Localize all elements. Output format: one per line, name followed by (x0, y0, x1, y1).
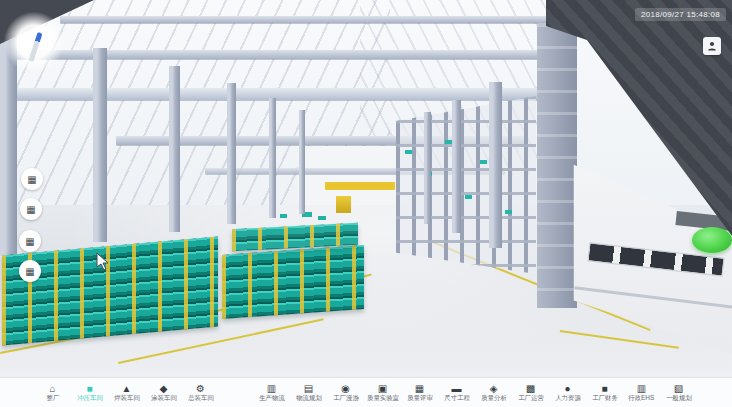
mouse-cursor (96, 252, 109, 271)
digital-factory-app: 2018/09/27 15:48:08 ▦ ▦ ▦ ▦ (0, 0, 732, 407)
toolbar-item-label: 行政EHS (629, 394, 655, 401)
toolbar-item-label: 质量评审 (407, 394, 433, 401)
toolbar-item-label: 质量实验室 (367, 394, 399, 401)
press-line-icon: ▦ (25, 266, 34, 277)
user-button[interactable] (703, 37, 721, 55)
steel-column (93, 48, 107, 242)
status-marker[interactable] (692, 227, 732, 253)
rack-die (480, 160, 487, 164)
logistics-plan-icon: ▤ (304, 383, 313, 394)
station-button-group: ▦ ▦ ▦ ▦ (0, 0, 60, 300)
toolbar-item-press-line[interactable]: ▦ (19, 260, 41, 282)
welding-workshop-icon: ▲ (122, 383, 132, 394)
roof-truss-beam (0, 50, 556, 59)
toolbar-item-quality-analysis[interactable]: ◈ 质量分析 (475, 383, 512, 403)
assembly-workshop-icon: ⚙ (196, 383, 205, 394)
toolbar-item-camera[interactable]: ◉ 工厂漫游 (327, 383, 364, 403)
steel-column-foreground (537, 24, 577, 308)
distant-die (318, 216, 326, 220)
steel-column (269, 98, 276, 218)
press-line-icon: ▦ (26, 204, 35, 215)
toolbar-item-label: 生产物流 (259, 394, 285, 401)
toolbar-item-label: 工厂漫游 (333, 394, 359, 401)
toolbar-item-document[interactable]: ▧ 一般规划 (660, 383, 697, 403)
die-rack-cluster (222, 245, 364, 319)
quality-analysis-icon: ◈ (490, 383, 498, 394)
quality-review-icon: ▦ (415, 383, 424, 394)
toolbar-item-stamping-workshop[interactable]: ■ 冲压车间 (71, 383, 108, 403)
yellow-machine (336, 196, 351, 213)
toolbar-item-plant-overview[interactable]: ⌂ 整厂 (34, 383, 71, 403)
ruler-icon: ▬ (452, 383, 462, 394)
rack-die (445, 140, 452, 144)
steel-column (227, 83, 236, 224)
toolbar-item-assembly-workshop[interactable]: ⚙ 总装车间 (182, 383, 219, 403)
toolbar-item-press-line[interactable]: ▦ (19, 230, 41, 252)
timestamp: 2018/09/27 15:48:08 (635, 8, 726, 21)
document-icon: ▧ (674, 383, 683, 394)
toolbar-item-label: 整厂 (46, 394, 59, 401)
rack-die (505, 210, 512, 214)
rack-die (465, 195, 472, 199)
toolbar-item-truck[interactable]: ▥ 生产物流 (253, 383, 290, 403)
briefcase-icon: ■ (601, 383, 607, 394)
toolbar-item-ruler[interactable]: ▬ 尺寸工程 (438, 383, 475, 403)
steel-column (452, 100, 461, 233)
distant-die (280, 214, 287, 218)
roof-truss-beam (60, 16, 555, 23)
toolbar-item-label: 涂装车间 (151, 394, 177, 401)
steel-column (424, 112, 431, 224)
toolbar-item-person[interactable]: ● 人力资源 (549, 383, 586, 403)
plant-overview-icon: ⌂ (49, 383, 55, 394)
toolbar-item-briefcase[interactable]: ■ 工厂财务 (586, 383, 623, 403)
factory-3d-viewport[interactable] (0, 0, 732, 377)
toolbar-item-press-line[interactable]: ▦ (21, 168, 43, 190)
toolbar-item-label: 总装车间 (188, 394, 214, 401)
overhead-crane-beam (325, 182, 395, 190)
toolbar-item-label: 工厂财务 (592, 394, 618, 401)
painting-workshop-icon: ◆ (160, 383, 168, 394)
toolbar-item-building[interactable]: ▥ 行政EHS (623, 383, 660, 403)
toolbar-item-label: 冲压车间 (77, 394, 103, 401)
toolbar-item-press-line[interactable]: ▦ (20, 198, 42, 220)
press-line-icon: ▦ (27, 174, 36, 185)
toolbar-item-label: 工厂运营 (518, 394, 544, 401)
toolbar-item-label: 物流规划 (296, 394, 322, 401)
toolbar-item-label: 焊装车间 (114, 394, 140, 401)
factory-operations-icon: ▩ (526, 383, 535, 394)
steel-column (299, 110, 305, 214)
quality-lab-icon: ▣ (378, 383, 387, 394)
workshop-nav-group: ⌂ 整厂 ■ 冲压车间 ▲ 焊装车间 ◆ 涂装车间 (34, 383, 219, 403)
truck-icon: ▥ (267, 383, 276, 394)
building-icon: ▥ (637, 383, 646, 394)
toolbar-item-factory-operations[interactable]: ▩ 工厂运营 (512, 383, 549, 403)
camera-icon: ◉ (341, 383, 350, 394)
person-icon: ● (564, 383, 570, 394)
toolbar-item-label: 质量分析 (481, 394, 507, 401)
bottom-toolbar: ⌂ 整厂 ■ 冲压车间 ▲ 焊装车间 ◆ 涂装车间 (0, 377, 732, 407)
toolbar-item-quality-review[interactable]: ▦ 质量评审 (401, 383, 438, 403)
steel-column (169, 66, 180, 232)
toolbar-item-welding-workshop[interactable]: ▲ 焊装车间 (108, 383, 145, 403)
stamping-workshop-icon: ■ (86, 383, 92, 394)
rack-die (405, 150, 412, 154)
toolbar-item-logistics-plan[interactable]: ▤ 物流规划 (290, 383, 327, 403)
toolbar-item-label: 人力资源 (555, 394, 581, 401)
storage-rack (396, 96, 536, 274)
toolbar-item-label: 尺寸工程 (444, 394, 470, 401)
toolbar-item-quality-lab[interactable]: ▣ 质量实验室 (364, 383, 401, 403)
module-nav-group: ▥ 生产物流 ▤ 物流规划 ◉ 工厂漫游 ▣ 质量实验室 (253, 383, 697, 403)
toolbar-item-painting-workshop[interactable]: ◆ 涂装车间 (145, 383, 182, 403)
steel-column (489, 82, 502, 248)
user-icon (707, 41, 717, 51)
press-line-icon: ▦ (25, 236, 34, 247)
toolbar-item-label: 一般规划 (666, 394, 692, 401)
